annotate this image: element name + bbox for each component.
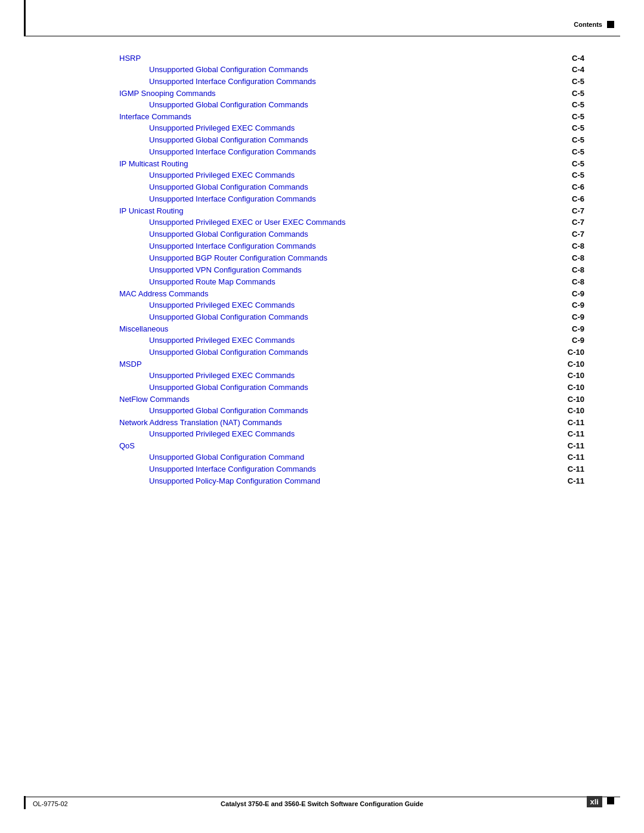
toc-link-igmp[interactable]: IGMP Snooping Commands [119,89,216,98]
toc-page-number: C-11 [568,441,584,450]
toc-level2-item: Unsupported Global Configuration Command… [119,383,584,392]
toc-link-interface[interactable]: Interface Commands [119,112,191,121]
toc-page-number: C-11 [568,465,584,473]
toc-page-number: C-9 [572,289,584,298]
toc-link-hsrp-child-0[interactable]: Unsupported Global Configuration Command… [149,65,308,74]
toc-page-number: C-10 [568,395,584,404]
toc-link-qos-child-1[interactable]: Unsupported Interface Configuration Comm… [149,465,316,473]
toc-link-igmp-child-0[interactable]: Unsupported Global Configuration Command… [149,100,308,109]
toc-link-ip-unicast-child-2[interactable]: Unsupported Interface Configuration Comm… [149,241,316,250]
toc-dots [278,284,569,284]
toc-link-qos-child-0[interactable]: Unsupported Global Configuration Command [149,453,304,462]
footer-left-bar [24,796,26,809]
toc-page-number: C-8 [572,241,584,250]
toc-page-number: C-6 [572,194,584,203]
toc-page-number: C-10 [568,348,584,357]
toc-link-interface-child-2[interactable]: Unsupported Interface Configuration Comm… [149,147,316,156]
toc-link-miscellaneous-child-1[interactable]: Unsupported Global Configuration Command… [149,348,308,357]
toc-link-ip-multicast[interactable]: IP Multicast Routing [119,159,188,168]
footer-page-number: xli [587,796,602,807]
toc-level1-item: IGMP Snooping CommandsC-5 [119,89,584,98]
toc-link-ip-multicast-child-0[interactable]: Unsupported Privileged EXEC Commands [149,171,295,179]
toc-dots [190,166,569,166]
toc-link-msdp-child-1[interactable]: Unsupported Global Configuration Command… [149,383,308,392]
toc-page-number: C-4 [572,65,584,74]
toc-link-qos[interactable]: QoS [119,441,135,450]
toc-level1-item: QoSC-11 [119,441,584,450]
toc-dots [318,83,569,84]
toc-dots [311,142,569,143]
toc-link-msdp-child-0[interactable]: Unsupported Privileged EXEC Commands [149,371,295,380]
toc-level1-item: NetFlow CommandsC-10 [119,395,584,404]
toc-dots [297,342,569,343]
toc-link-mac-address[interactable]: MAC Address Commands [119,289,209,298]
toc-link-miscellaneous[interactable]: Miscellaneous [119,324,168,333]
toc-dots [284,425,565,425]
toc-level1-item: MiscellaneousC-9 [119,324,584,333]
toc-level2-item: Unsupported Global Configuration Command… [119,312,584,321]
toc-dots [297,377,565,378]
toc-link-ip-unicast[interactable]: IP Unicast Routing [119,206,183,215]
toc-level2-item: Unsupported BGP Router Configuration Com… [119,253,584,262]
toc-page-number: C-8 [572,277,584,286]
footer-right-square-icon [607,797,614,804]
toc-dots [192,401,565,402]
toc-level2-item: Unsupported Privileged EXEC or User EXEC… [119,218,584,227]
toc-dots [144,366,565,367]
toc-link-interface-child-1[interactable]: Unsupported Global Configuration Command… [149,135,308,144]
toc-page-number: C-6 [572,182,584,191]
toc-link-ip-multicast-child-2[interactable]: Unsupported Interface Configuration Comm… [149,194,316,203]
page-header: Contents [574,21,614,28]
toc-link-ip-unicast-child-4[interactable]: Unsupported VPN Configuration Commands [149,265,302,274]
toc-dots [311,236,569,237]
toc-level2-item: Unsupported Policy-Map Configuration Com… [119,476,584,485]
toc-link-hsrp-child-1[interactable]: Unsupported Interface Configuration Comm… [149,77,316,86]
toc-link-nat-child-0[interactable]: Unsupported Privileged EXEC Commands [149,429,295,438]
toc-dots [323,483,565,484]
toc-dots [318,471,565,472]
toc-level2-item: Unsupported Global Configuration Command… [119,406,584,415]
toc-link-mac-address-child-1[interactable]: Unsupported Global Configuration Command… [149,312,308,321]
toc-dots [348,224,569,225]
toc-level2-item: Unsupported Global Configuration Command… [119,135,584,144]
toc-dots [330,260,569,261]
toc-link-mac-address-child-0[interactable]: Unsupported Privileged EXEC Commands [149,301,295,309]
toc-link-netflow[interactable]: NetFlow Commands [119,395,190,404]
toc-link-hsrp[interactable]: HSRP [119,54,141,63]
top-border-line [24,36,620,36]
toc-link-ip-unicast-child-0[interactable]: Unsupported Privileged EXEC or User EXEC… [149,218,345,227]
toc-dots [297,177,569,178]
toc-link-qos-child-2[interactable]: Unsupported Policy-Map Configuration Com… [149,476,320,485]
toc-page-number: C-5 [572,135,584,144]
toc-link-ip-multicast-child-1[interactable]: Unsupported Global Configuration Command… [149,182,308,191]
toc-level2-item: Unsupported VPN Configuration CommandsC-… [119,265,584,274]
toc-level1-item: Network Address Translation (NAT) Comman… [119,418,584,427]
toc-dots [311,389,565,390]
toc-page-number: C-8 [572,253,584,262]
toc-page-number: C-9 [572,324,584,333]
toc-dots [311,189,569,190]
toc-page-number: C-11 [568,429,584,438]
toc-page-number: C-5 [572,77,584,86]
toc-level2-item: Unsupported Privileged EXEC CommandsC-9 [119,301,584,309]
left-margin-bar [24,0,26,36]
toc-link-msdp[interactable]: MSDP [119,360,142,368]
toc-page-number: C-11 [568,453,584,462]
toc-dots [311,72,569,72]
toc-level1-item: IP Unicast RoutingC-7 [119,206,584,215]
toc-link-ip-unicast-child-5[interactable]: Unsupported Route Map Commands [149,277,275,286]
toc-link-interface-child-0[interactable]: Unsupported Privileged EXEC Commands [149,123,295,132]
toc-dots [297,130,569,131]
toc-level2-item: Unsupported Interface Configuration Comm… [119,465,584,473]
toc-dots [297,307,569,308]
toc-link-nat[interactable]: Network Address Translation (NAT) Comman… [119,418,282,427]
toc-link-ip-unicast-child-3[interactable]: Unsupported BGP Router Configuration Com… [149,253,327,262]
toc-level2-item: Unsupported Privileged EXEC CommandsC-11 [119,429,584,438]
toc-dots [211,296,569,296]
toc-link-netflow-child-0[interactable]: Unsupported Global Configuration Command… [149,406,308,415]
toc-dots [185,213,569,213]
toc-link-ip-unicast-child-1[interactable]: Unsupported Global Configuration Command… [149,230,308,239]
toc-dots [143,60,569,61]
toc-page-number: C-10 [568,371,584,380]
toc-link-miscellaneous-child-0[interactable]: Unsupported Privileged EXEC Commands [149,336,295,345]
